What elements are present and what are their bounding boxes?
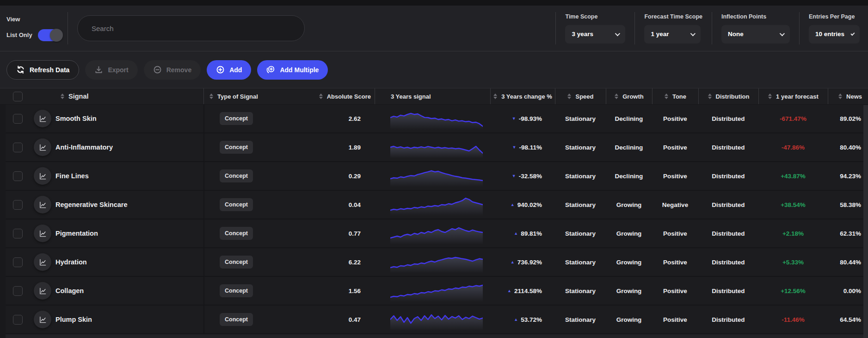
sparkline-chart	[375, 105, 490, 132]
table-header: Signal Type of Signal Absolute Score 3 Y…	[0, 88, 868, 105]
chevron-down-icon	[615, 31, 620, 36]
change-percent: ▲ 89.81%	[490, 219, 555, 247]
column-header-tone[interactable]: Tone	[652, 88, 698, 104]
trend-triangle-icon: ▼	[512, 174, 516, 178]
window-top-strip	[0, 0, 868, 6]
row-checkbox[interactable]	[13, 143, 23, 152]
row-checkbox[interactable]	[13, 315, 23, 325]
table-row: Collagen Concept 1.56 ▲ 2114.58% Station…	[0, 277, 868, 306]
chevron-down-icon	[850, 31, 855, 36]
line-chart-icon[interactable]	[34, 225, 51, 242]
sparkline-chart	[375, 162, 490, 190]
distribution-value: Distributed	[698, 219, 758, 247]
remove-button[interactable]: Remove	[144, 60, 201, 80]
toolbar: Refresh Data Export Remove Add	[0, 51, 868, 88]
table-row: Plump Skin Concept 0.47 ▲ 53.72% Station…	[0, 306, 868, 334]
sort-icon	[665, 94, 668, 99]
change-percent: ▼ -98.11%	[490, 133, 555, 161]
type-badge: Concept	[220, 141, 253, 154]
select-all-checkbox[interactable]	[13, 92, 23, 101]
column-header-distribution[interactable]: Distribution	[698, 88, 758, 104]
entries-per-page-label: Entries Per Page	[809, 13, 860, 20]
column-header-signal[interactable]: Signal	[55, 88, 203, 104]
scrollbar[interactable]	[863, 105, 868, 338]
forecast-value: -47.86%	[758, 133, 828, 161]
forecast-value: +5.33%	[758, 248, 828, 276]
inflection-points-select[interactable]: None	[721, 25, 790, 44]
change-percent: ▲ 940.02%	[490, 191, 555, 219]
column-header-score[interactable]: Absolute Score	[277, 88, 375, 104]
trend-triangle-icon: ▲	[507, 289, 511, 293]
sort-icon	[615, 94, 618, 99]
refresh-icon	[16, 65, 25, 74]
line-chart-icon[interactable]	[34, 253, 51, 271]
list-only-toggle[interactable]	[38, 29, 62, 41]
trend-triangle-icon: ▲	[511, 203, 515, 207]
absolute-score: 0.04	[277, 191, 375, 219]
view-group: View List Only	[6, 16, 58, 41]
sort-icon	[209, 94, 213, 99]
signal-name[interactable]: Hydration	[55, 248, 203, 276]
row-checkbox[interactable]	[13, 286, 23, 296]
export-button[interactable]: Export	[85, 60, 137, 80]
line-chart-icon[interactable]	[34, 138, 51, 156]
tone-value: Positive	[652, 248, 698, 276]
add-multiple-button[interactable]: Add Multiple	[257, 60, 328, 80]
column-header-speed[interactable]: Speed	[555, 88, 606, 104]
change-percent: ▼ -32.58%	[490, 162, 555, 190]
signal-name[interactable]: Pigmentation	[55, 219, 203, 247]
column-header-change[interactable]: 3 Years change %	[490, 88, 555, 104]
absolute-score: 1.89	[277, 133, 375, 161]
download-icon	[94, 65, 103, 74]
column-header-growth[interactable]: Growth	[606, 88, 652, 104]
line-chart-icon[interactable]	[34, 311, 51, 328]
distribution-value: Distributed	[698, 162, 758, 190]
line-chart-icon[interactable]	[34, 196, 51, 213]
change-percent: ▲ 2114.58%	[490, 277, 555, 305]
tone-value: Positive	[652, 306, 698, 333]
row-checkbox[interactable]	[13, 257, 23, 267]
plus-circle-icon	[216, 65, 225, 74]
row-checkbox[interactable]	[13, 200, 23, 210]
signal-name[interactable]: Plump Skin	[55, 306, 203, 333]
line-chart-icon[interactable]	[34, 110, 51, 127]
divider	[634, 12, 635, 44]
signal-name[interactable]: Anti-Inflammatory	[55, 133, 203, 161]
divider	[799, 12, 800, 44]
news-value: 89.02%	[828, 105, 868, 132]
change-percent: ▼ -98.93%	[490, 105, 555, 132]
table-body: Smooth Skin Concept 2.62 ▼ -98.93% Stati…	[0, 105, 868, 334]
column-header-news[interactable]: News	[828, 88, 868, 104]
plus-circle-multiple-icon	[266, 65, 275, 74]
divider	[68, 12, 68, 44]
signal-name[interactable]: Collagen	[55, 277, 203, 305]
news-value: 64.54%	[828, 306, 868, 333]
row-checkbox[interactable]	[13, 229, 23, 238]
line-chart-icon[interactable]	[34, 282, 51, 300]
column-header-type[interactable]: Type of Signal	[203, 88, 277, 104]
news-value: 58.38%	[828, 191, 868, 219]
line-chart-icon[interactable]	[34, 167, 51, 185]
table-row: Regenerative Skincare Concept 0.04 ▲ 940…	[0, 191, 868, 219]
signal-name[interactable]: Smooth Skin	[55, 105, 203, 132]
column-header-spark: 3 Years signal	[375, 88, 490, 104]
absolute-score: 6.22	[277, 248, 375, 276]
entries-per-page-select[interactable]: 10 entries	[809, 25, 860, 44]
forecast-value: -11.46%	[758, 306, 828, 333]
search-input[interactable]	[77, 15, 305, 41]
table-row: Hydration Concept 6.22 ▲ 736.92% Station…	[0, 248, 868, 277]
speed-value: Stationary	[555, 248, 606, 276]
refresh-data-button[interactable]: Refresh Data	[6, 60, 79, 80]
forecast-time-scope-select[interactable]: 1 year	[644, 25, 701, 44]
add-button[interactable]: Add	[207, 60, 251, 80]
tone-value: Negative	[652, 191, 698, 219]
signal-name[interactable]: Fine Lines	[55, 162, 203, 190]
signal-name[interactable]: Regenerative Skincare	[55, 191, 203, 219]
row-checkbox[interactable]	[13, 114, 23, 124]
row-checkbox[interactable]	[13, 171, 23, 181]
change-percent: ▲ 736.92%	[490, 248, 555, 276]
growth-value: Declining	[606, 162, 652, 190]
time-scope-select[interactable]: 3 years	[565, 25, 625, 44]
growth-value: Growing	[606, 219, 652, 247]
column-header-forecast[interactable]: 1 year forecast	[758, 88, 828, 104]
